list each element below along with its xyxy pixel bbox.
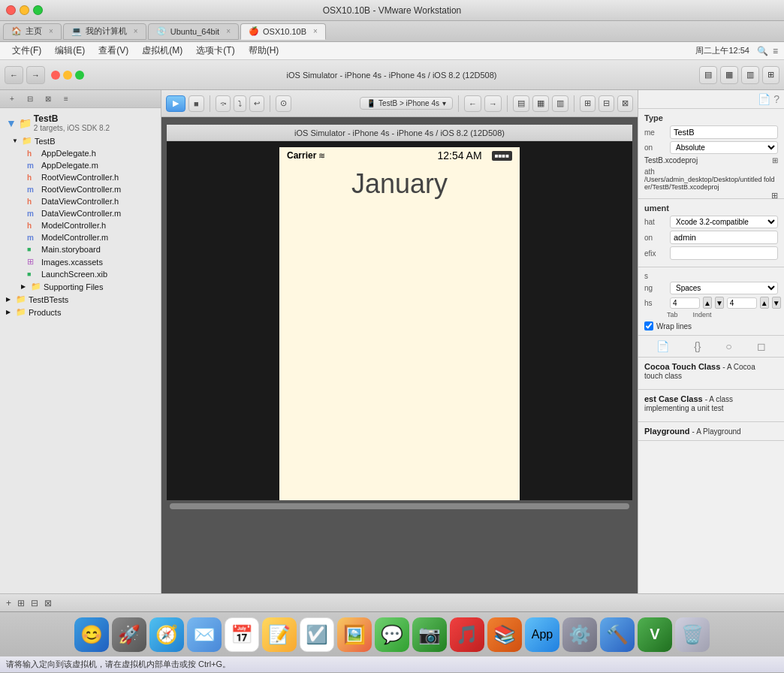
file-modelctrl-m[interactable]: m ModelController.m (0, 231, 161, 243)
dock-safari[interactable]: 🧭 (149, 617, 184, 652)
minimize-button[interactable] (20, 5, 29, 15)
file-rootvc-m[interactable]: m RootViewController.m (0, 183, 161, 195)
panel-square-tab-icon[interactable]: ◻ (757, 340, 766, 352)
breakpoints-button[interactable]: ⊙ (276, 95, 291, 112)
tab-width-input[interactable] (670, 297, 700, 309)
file-modelctrl-h[interactable]: h ModelController.h (0, 219, 161, 231)
dock-trash[interactable]: 🗑️ (675, 617, 710, 652)
dock-calendar[interactable]: 📅 (225, 617, 259, 652)
dock-facetime[interactable]: 📷 (412, 617, 447, 652)
prefix-field[interactable] (670, 246, 778, 260)
tab-home[interactable]: 🏠 主页 × (3, 23, 62, 40)
view-btn-right[interactable]: ▥ (741, 66, 759, 84)
file-appdelegate-h[interactable]: h AppDelegate.h (0, 147, 161, 159)
wrap-lines-checkbox[interactable] (644, 321, 653, 330)
view-split-btn[interactable]: ⊞ (762, 66, 779, 84)
sidebar-add-btn[interactable]: + (5, 93, 20, 105)
menu-view[interactable]: 查看(V) (92, 43, 134, 59)
dock-launchpad[interactable]: 🚀 (112, 617, 146, 652)
scheme-display[interactable]: 📱 TestB > iPhone 4s ▾ (360, 97, 453, 110)
file-main-storyboard[interactable]: ■ Main.storyboard (0, 243, 161, 255)
indent-width-input[interactable] (727, 297, 757, 309)
folder-testbtests[interactable]: ▶ 📁 TestBTests (0, 293, 161, 306)
tab-close-mypc[interactable]: × (134, 27, 138, 35)
nav-back-btn[interactable]: ← (5, 66, 23, 84)
search-icon[interactable]: 🔍 (757, 46, 768, 56)
menu-edit[interactable]: 编辑(E) (49, 43, 91, 59)
dock-reminders[interactable]: ☑️ (300, 617, 334, 652)
folder-products[interactable]: ▶ 📁 Products (0, 306, 161, 318)
dock-music[interactable]: 🎵 (450, 617, 484, 652)
maximize-button[interactable] (33, 5, 43, 15)
bottom-x-icon[interactable]: ⊠ (44, 598, 52, 608)
bottom-grid-icon[interactable]: ⊞ (17, 598, 25, 608)
sidebar-filter-btn[interactable]: ⊟ (23, 93, 38, 105)
path-browse-icon[interactable]: ⊞ (771, 191, 778, 201)
horizontal-scrollbar[interactable] (170, 503, 629, 509)
sim-close-dot[interactable] (51, 71, 60, 80)
menu-file[interactable]: 文件(F) (6, 43, 47, 59)
sidebar-toggle-btn[interactable]: ≡ (59, 93, 74, 105)
file-appdelegate-m[interactable]: m AppDelegate.m (0, 159, 161, 171)
view-assistant-btn[interactable]: ▦ (532, 95, 549, 112)
panel-code-tab-icon[interactable]: {} (694, 340, 701, 352)
file-rootvc-h[interactable]: h RootViewController.h (0, 171, 161, 183)
menu-tabs[interactable]: 选项卡(T) (190, 43, 240, 59)
step-out-button[interactable]: ↩ (249, 95, 264, 112)
tab-close-osx[interactable]: × (313, 27, 318, 35)
panel-circle-tab-icon[interactable]: ○ (725, 340, 731, 352)
nav-forward-btn2[interactable]: → (484, 95, 502, 112)
view-version-btn[interactable]: ▥ (552, 95, 568, 112)
dock-books[interactable]: 📚 (487, 617, 522, 652)
dock-system-prefs[interactable]: ⚙️ (562, 617, 597, 652)
location-select[interactable]: Absolute (670, 141, 778, 154)
dock-vim[interactable]: V (638, 617, 672, 652)
browse-icon[interactable]: ⊞ (772, 156, 778, 164)
dock-mail[interactable]: ✉️ (187, 617, 222, 652)
sim-minimize-dot[interactable] (63, 71, 72, 80)
hide-navigator-btn[interactable]: ⊞ (580, 95, 596, 112)
bottom-minus-icon[interactable]: ⊟ (31, 598, 38, 608)
step-into-button[interactable]: ⤵ (234, 95, 246, 112)
sim-maximize-dot[interactable] (75, 71, 84, 80)
folder-supporting-files[interactable]: ▶ 📁 Supporting Files (0, 280, 161, 293)
author-field[interactable] (670, 231, 778, 244)
tab-close-home[interactable]: × (49, 27, 53, 35)
nav-forward-btn[interactable]: → (26, 66, 45, 84)
menu-vm[interactable]: 虚拟机(M) (136, 43, 188, 59)
nav-back-btn2[interactable]: ← (464, 95, 481, 112)
tab-ubuntu[interactable]: 💿 Ubuntu_64bit × (148, 23, 239, 40)
project-name-field[interactable] (670, 125, 778, 139)
tab-increment-btn[interactable]: ▲ (703, 297, 712, 309)
indent-decrement-btn[interactable]: ▼ (772, 297, 781, 309)
dock-appstore[interactable]: App (525, 617, 559, 652)
view-standard-btn[interactable]: ▤ (513, 95, 529, 112)
dock-notes[interactable]: 📝 (262, 617, 297, 652)
tab-decrement-btn[interactable]: ▼ (715, 297, 724, 309)
dock-messages[interactable]: 💬 (375, 617, 409, 652)
panel-doc-icon[interactable]: 📄 (758, 93, 770, 105)
menu-help[interactable]: 帮助(H) (243, 43, 285, 59)
using-select[interactable]: Spaces (670, 282, 778, 294)
file-datavc-m[interactable]: m DataViewController.m (0, 207, 161, 219)
menu-icon[interactable]: ≡ (773, 46, 778, 56)
project-root[interactable]: ▼ 📁 TestB 2 targets, iOS SDK 8.2 (0, 111, 161, 134)
add-icon[interactable]: + (6, 598, 11, 608)
view-btn-left[interactable]: ▤ (699, 66, 717, 84)
folder-testb[interactable]: ▼ 📁 TestB (0, 134, 161, 147)
step-over-button[interactable]: ⤼ (216, 95, 231, 112)
dock-xcode[interactable]: 🔨 (600, 617, 635, 652)
tab-mypc[interactable]: 💻 我的计算机 × (63, 23, 146, 40)
format-select[interactable]: Xcode 3.2-compatible (670, 216, 778, 228)
indent-increment-btn[interactable]: ▲ (760, 297, 769, 309)
panel-file-tab-icon[interactable]: 📄 (656, 340, 669, 352)
stop-button[interactable]: ■ (188, 95, 204, 112)
hide-debug-btn[interactable]: ⊟ (599, 95, 614, 112)
close-button[interactable] (6, 5, 16, 15)
dock-photos[interactable]: 🖼️ (337, 617, 372, 652)
hide-utilities-btn[interactable]: ⊠ (617, 95, 633, 112)
panel-help-icon[interactable]: ? (773, 93, 779, 105)
tab-close-ubuntu[interactable]: × (226, 27, 231, 35)
tab-osx[interactable]: 🍎 OSX10.10B × (240, 23, 326, 40)
file-datavc-h[interactable]: h DataViewController.h (0, 195, 161, 207)
